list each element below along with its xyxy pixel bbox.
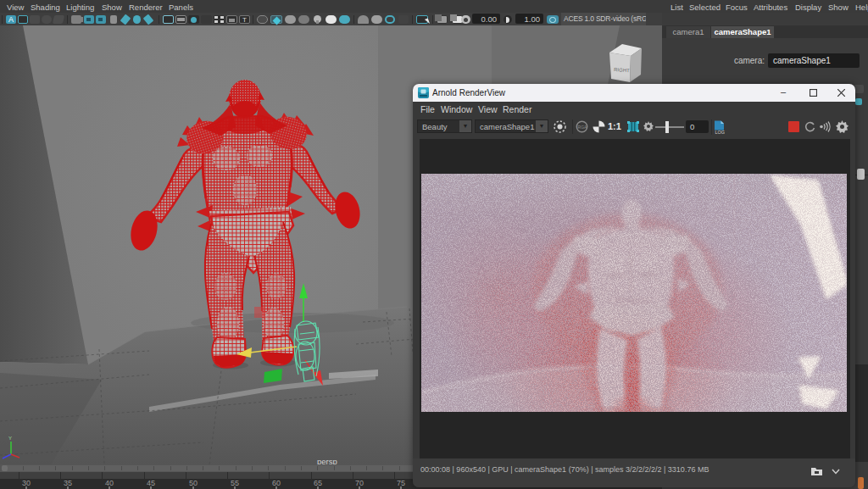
svg-text:LOG: LOG: [715, 130, 726, 135]
svg-text:persp: persp: [317, 457, 337, 464]
svg-text:Y: Y: [8, 436, 12, 441]
svg-text:RGA: RGA: [578, 125, 588, 130]
